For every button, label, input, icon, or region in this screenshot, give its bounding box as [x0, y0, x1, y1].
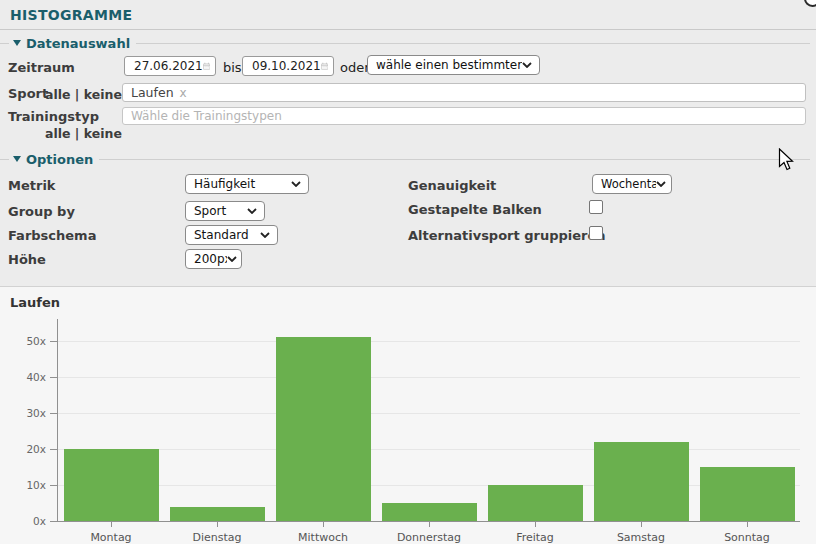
chart-gridline [58, 341, 800, 342]
chart-x-tick-label: Samstag [588, 531, 694, 544]
chart-y-tick-label: 0x [0, 515, 46, 527]
chart-gridline [58, 413, 800, 414]
calendar-icon [203, 60, 210, 72]
metrik-select[interactable]: Häufigkeit [185, 174, 309, 194]
gestapelte-balken-label: Gestapelte Balken [408, 202, 542, 217]
chart-y-tick [50, 521, 57, 522]
farbschema-select[interactable]: Standard [185, 225, 278, 245]
chart-title: Laufen [10, 295, 60, 310]
chart-y-tick-label: 20x [0, 443, 46, 455]
chevron-down-icon [656, 181, 666, 187]
chart-x-tick-label: Montag [58, 531, 164, 544]
date-to-value: 09.10.2021 [252, 59, 321, 73]
chart-y-tick [50, 485, 57, 486]
collapse-triangle-icon [13, 40, 21, 46]
section-optionen-header[interactable]: Optionen [0, 152, 816, 166]
trainingstyp-keine-link[interactable]: keine [84, 126, 122, 141]
histogramme-page: HISTOGRAMME Datenauswahl Zeitraum 27.06.… [0, 0, 816, 544]
chevron-down-icon [291, 181, 301, 187]
bis-text: bis [223, 60, 242, 75]
section-optionen-title: Optionen [26, 152, 99, 167]
group-by-label: Group by [8, 204, 75, 219]
calendar-icon [321, 60, 328, 72]
chart-y-tick-label: 50x [0, 335, 46, 347]
collapse-triangle-icon [13, 156, 21, 162]
oder-text: oder [340, 60, 370, 75]
chart-x-tick-label: Donnerstag [376, 531, 482, 544]
sport-tag-remove-icon[interactable]: x [180, 86, 187, 100]
section-datenauswahl-header[interactable]: Datenauswahl [0, 36, 816, 50]
chart-y-tick-label: 40x [0, 371, 46, 383]
gestapelte-balken-checkbox[interactable] [589, 200, 603, 214]
hoehe-select-value: 200px [194, 252, 227, 266]
genauigkeit-label: Genauigkeit [408, 178, 496, 193]
chart-y-tick [50, 341, 57, 342]
chart-x-tick [429, 521, 430, 527]
sport-keine-link[interactable]: keine [84, 87, 122, 102]
section-datenauswahl-title: Datenauswahl [26, 36, 136, 51]
chart-bar-samstag [594, 442, 689, 521]
chart-x-tick [111, 521, 112, 527]
sport-alle-link[interactable]: alle [45, 87, 70, 102]
chart-x-tick [535, 521, 536, 527]
trainingstyp-alle-link[interactable]: alle [45, 126, 70, 141]
zeitraum-range-select-value: wähle einen bestimmten Zeitraum [376, 58, 522, 72]
chart-x-tick-label: Mittwoch [270, 531, 376, 544]
date-to-input[interactable]: 09.10.2021 [242, 56, 334, 76]
chevron-down-icon [247, 208, 257, 214]
chart-bar-donnerstag [382, 503, 477, 521]
chart-bar-freitag [488, 485, 583, 521]
chart-x-tick-label: Dienstag [164, 531, 270, 544]
divider [136, 43, 810, 44]
separator: | [75, 126, 80, 141]
farbschema-label: Farbschema [8, 228, 96, 243]
metrik-select-value: Häufigkeit [194, 177, 291, 191]
chart-x-tick [217, 521, 218, 527]
chart-y-axis [57, 319, 58, 521]
chart-y-tick [50, 413, 57, 414]
chart-panel: Laufen 0x10x20x30x40x50xMontagDienstagMi… [0, 286, 816, 544]
divider [99, 159, 810, 160]
chart-y-tick-label: 30x [0, 407, 46, 419]
chart-x-tick-label: Freitag [482, 531, 588, 544]
chart-gridline [58, 449, 800, 450]
chart-y-tick [50, 449, 57, 450]
zeitraum-range-select[interactable]: wähle einen bestimmten Zeitraum [367, 55, 540, 75]
sport-alle-keine: alle | keine [45, 87, 115, 102]
chart-bar-mittwoch [276, 337, 371, 521]
chevron-down-icon [227, 256, 237, 262]
page-title: HISTOGRAMME [10, 7, 132, 23]
chart-x-tick [641, 521, 642, 527]
sport-label: Sport [8, 86, 48, 101]
group-by-select-value: Sport [194, 204, 247, 218]
chart-y-tick [50, 377, 57, 378]
metrik-label: Metrik [8, 178, 55, 193]
chart-x-axis [50, 521, 800, 522]
separator: | [75, 87, 80, 102]
chart-x-tick [323, 521, 324, 527]
date-from-value: 27.06.2021 [134, 59, 203, 73]
chart-y-tick-label: 10x [0, 479, 46, 491]
chart-bar-montag [64, 449, 159, 521]
alternativsport-label: Alternativsport gruppieren [408, 228, 606, 243]
mouse-cursor [778, 148, 796, 172]
hoehe-label: Höhe [8, 252, 46, 267]
chart-gridline [58, 377, 800, 378]
chevron-down-icon [260, 232, 270, 238]
sport-tag-input[interactable]: Laufen x [122, 83, 806, 102]
sport-tag: Laufen [131, 85, 174, 100]
genauigkeit-select[interactable]: Wochentag [592, 174, 672, 194]
trainingstyp-input[interactable] [122, 107, 806, 125]
divider [0, 159, 9, 160]
zeitraum-label: Zeitraum [8, 60, 75, 75]
hoehe-select[interactable]: 200px [185, 249, 242, 269]
alternativsport-checkbox[interactable] [589, 226, 603, 240]
chart-x-tick [747, 521, 748, 527]
chart-bar-dienstag [170, 507, 265, 521]
farbschema-select-value: Standard [194, 228, 260, 242]
chevron-down-icon [522, 62, 532, 68]
group-by-select[interactable]: Sport [185, 201, 265, 221]
genauigkeit-select-value: Wochentag [601, 177, 656, 191]
date-from-input[interactable]: 27.06.2021 [124, 56, 216, 76]
chart-x-tick-label: Sonntag [694, 531, 800, 544]
